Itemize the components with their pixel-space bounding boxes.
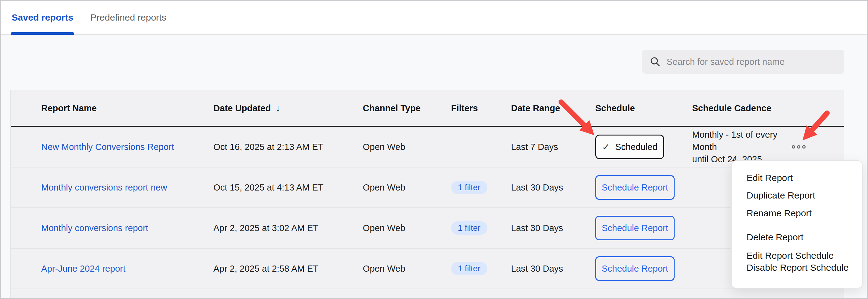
- tab-bar: Saved reports Predefined reports: [1, 1, 867, 35]
- sort-desc-icon[interactable]: ↓: [276, 103, 280, 113]
- filter-count-badge: 1 filter: [451, 221, 487, 235]
- channel-type-cell: Open Web: [363, 182, 405, 193]
- column-header-date-updated[interactable]: Date Updated↓: [213, 103, 280, 113]
- table-row: New Monthly Conversions Report Oct 16, 2…: [11, 127, 844, 167]
- schedule-report-button[interactable]: Schedule Report: [595, 175, 675, 200]
- channel-type-cell: Open Web: [363, 223, 405, 233]
- saved-reports-screen: Saved reports Predefined reports Report …: [0, 0, 868, 299]
- report-name-link[interactable]: Monthly conversions report: [41, 223, 148, 233]
- channel-type-cell: Open Web: [363, 142, 405, 152]
- context-menu: Edit Report Duplicate Report Rename Repo…: [731, 160, 863, 289]
- date-updated-cell: Oct 15, 2025 at 4:13 AM ET: [213, 182, 323, 193]
- menu-item-edit-report-schedule[interactable]: Edit Report Schedule: [732, 250, 862, 262]
- filter-count-badge: 1 filter: [451, 262, 487, 275]
- table-row: Apr-June 2024 report Apr 2, 2025 at 2:58…: [11, 248, 844, 289]
- tab-saved-reports[interactable]: Saved reports: [11, 1, 74, 34]
- column-header-schedule-cadence[interactable]: Schedule Cadence: [692, 103, 771, 113]
- more-options-icon[interactable]: [790, 142, 807, 152]
- date-updated-cell: Oct 16, 2025 at 2:13 AM ET: [213, 142, 323, 152]
- date-range-cell: Last 30 Days: [511, 182, 563, 193]
- table-header-row: Report Name Date Updated↓ Channel Type F…: [11, 90, 844, 127]
- tab-predefined-reports-label: Predefined reports: [90, 12, 166, 23]
- date-updated-cell: Apr 2, 2025 at 2:58 AM ET: [213, 264, 318, 274]
- date-range-cell: Last 7 Days: [511, 142, 558, 152]
- menu-item-rename-report[interactable]: Rename Report: [732, 207, 862, 220]
- column-header-date-range[interactable]: Date Range: [511, 103, 560, 113]
- column-header-schedule[interactable]: Schedule: [595, 103, 635, 113]
- column-header-channel-type[interactable]: Channel Type: [363, 103, 421, 113]
- table-row: Monthly conversions report Apr 2, 2025 a…: [11, 208, 844, 248]
- menu-item-duplicate-report[interactable]: Duplicate Report: [732, 189, 862, 202]
- menu-item-disable-report-schedule[interactable]: Disable Report Schedule: [732, 262, 862, 274]
- scheduled-status-button[interactable]: ✓ Scheduled: [595, 135, 664, 159]
- report-name-link[interactable]: New Monthly Conversions Report: [41, 142, 174, 152]
- filter-count-badge: 1 filter: [451, 181, 487, 194]
- check-icon: ✓: [602, 142, 610, 153]
- column-header-report-name[interactable]: Report Name: [41, 103, 97, 113]
- schedule-cadence-cell: Monthly - 1st of every Month until Oct 2…: [692, 128, 777, 165]
- tab-saved-reports-label: Saved reports: [12, 12, 73, 23]
- report-name-link[interactable]: Apr-June 2024 report: [41, 264, 125, 274]
- saved-reports-table: Report Name Date Updated↓ Channel Type F…: [10, 90, 844, 298]
- search-icon: [650, 57, 660, 67]
- menu-item-edit-report[interactable]: Edit Report: [732, 172, 862, 184]
- channel-type-cell: Open Web: [363, 264, 405, 274]
- search-input[interactable]: [666, 57, 836, 67]
- date-updated-cell: Apr 2, 2025 at 3:02 AM ET: [213, 223, 318, 233]
- column-header-filters[interactable]: Filters: [451, 103, 478, 113]
- menu-divider: [742, 225, 852, 225]
- date-range-cell: Last 30 Days: [511, 264, 563, 274]
- search-box[interactable]: [642, 50, 844, 74]
- schedule-report-button[interactable]: Schedule Report: [595, 256, 675, 281]
- schedule-report-button[interactable]: Schedule Report: [595, 216, 675, 240]
- table-row: Monthly conversions report new Oct 15, 2…: [11, 167, 844, 208]
- menu-item-delete-report[interactable]: Delete Report: [732, 231, 862, 243]
- date-range-cell: Last 30 Days: [511, 223, 563, 233]
- report-name-link[interactable]: Monthly conversions report new: [41, 182, 167, 193]
- tab-predefined-reports[interactable]: Predefined reports: [90, 1, 167, 34]
- scheduled-status-label: Scheduled: [615, 142, 657, 152]
